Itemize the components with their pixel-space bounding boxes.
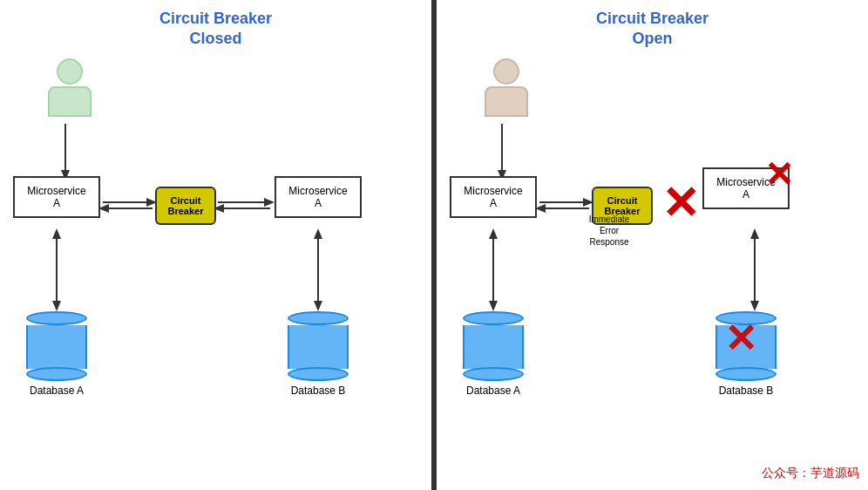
error-response-label: Immediate Error Response bbox=[574, 214, 644, 248]
right-database-a-cylinder bbox=[463, 311, 524, 381]
svg-marker-11 bbox=[52, 301, 61, 311]
right-person-head bbox=[493, 58, 519, 85]
left-db-b-top bbox=[288, 311, 349, 325]
right-db-b-bottom bbox=[715, 367, 776, 381]
right-microservice-b-container: Microservice A ✕ bbox=[702, 167, 790, 209]
left-panel: Circuit Breaker Closed bbox=[0, 0, 431, 490]
left-person bbox=[44, 58, 96, 117]
left-panel-title: Circuit Breaker Closed bbox=[9, 9, 423, 50]
main-container: Circuit Breaker Closed bbox=[0, 0, 868, 490]
right-database-b-container: ✕ bbox=[715, 311, 776, 381]
left-panel-content: Microservice A Circuit Breaker Microserv… bbox=[9, 58, 423, 487]
svg-marker-15 bbox=[314, 228, 322, 239]
right-database-a: Database A bbox=[463, 311, 524, 397]
right-db-a-top bbox=[463, 311, 524, 325]
left-db-a-body bbox=[26, 325, 87, 369]
left-microservice-b: Microservice A bbox=[275, 176, 362, 218]
right-person-figure bbox=[480, 58, 532, 117]
left-db-a-label: Database A bbox=[26, 385, 87, 397]
svg-marker-12 bbox=[52, 228, 61, 239]
right-db-a-body bbox=[463, 325, 524, 369]
left-microservice-a-box: Microservice A bbox=[13, 176, 100, 218]
left-database-a: Database A bbox=[26, 311, 87, 397]
left-circuit-breaker: Circuit Breaker bbox=[155, 187, 216, 225]
right-panel-title: Circuit Breaker Open bbox=[445, 9, 859, 50]
left-db-a-bottom bbox=[26, 367, 87, 381]
right-person bbox=[480, 58, 532, 117]
left-person-head bbox=[57, 58, 83, 85]
right-db-a-label: Database A bbox=[463, 385, 524, 397]
right-panel-content: Microservice A Circuit Breaker ✕ Microse… bbox=[445, 58, 859, 487]
right-panel: Circuit Breaker Open bbox=[437, 0, 868, 490]
left-database-b-cylinder bbox=[288, 311, 349, 381]
right-database-b: ✕ Database B bbox=[715, 311, 776, 397]
svg-marker-7 bbox=[264, 198, 275, 207]
red-x-middle-icon: ✕ bbox=[661, 178, 700, 228]
left-db-b-label: Database B bbox=[288, 385, 349, 397]
svg-marker-26 bbox=[750, 301, 759, 311]
right-db-a-bottom bbox=[463, 367, 524, 381]
left-database-a-cylinder bbox=[26, 311, 87, 381]
svg-marker-23 bbox=[489, 301, 498, 311]
left-microservice-a: Microservice A bbox=[13, 176, 100, 218]
red-x-database-b: ✕ bbox=[724, 316, 757, 362]
right-microservice-a-box: Microservice A bbox=[450, 176, 537, 218]
right-person-body bbox=[485, 86, 528, 117]
left-db-b-bottom bbox=[288, 367, 349, 381]
left-person-figure bbox=[44, 58, 96, 117]
left-microservice-b-box: Microservice A bbox=[275, 176, 362, 218]
right-microservice-b: Microservice A ✕ bbox=[702, 167, 790, 209]
left-db-b-body bbox=[288, 325, 349, 369]
left-person-body bbox=[48, 86, 92, 117]
svg-marker-27 bbox=[750, 228, 759, 239]
red-x-microservice-b: ✕ bbox=[764, 154, 794, 194]
left-circuit-breaker-box: Circuit Breaker bbox=[155, 187, 216, 225]
watermark: 公众号：芋道源码 bbox=[762, 466, 859, 481]
right-microservice-a: Microservice A bbox=[450, 176, 537, 218]
svg-marker-14 bbox=[314, 301, 322, 311]
right-arrows bbox=[445, 58, 859, 487]
left-db-a-top bbox=[26, 311, 87, 325]
left-arrows bbox=[9, 58, 423, 487]
svg-marker-24 bbox=[489, 228, 498, 239]
right-db-b-label: Database B bbox=[715, 385, 776, 397]
red-x-middle: ✕ bbox=[661, 180, 700, 226]
left-database-b: Database B bbox=[288, 311, 349, 397]
